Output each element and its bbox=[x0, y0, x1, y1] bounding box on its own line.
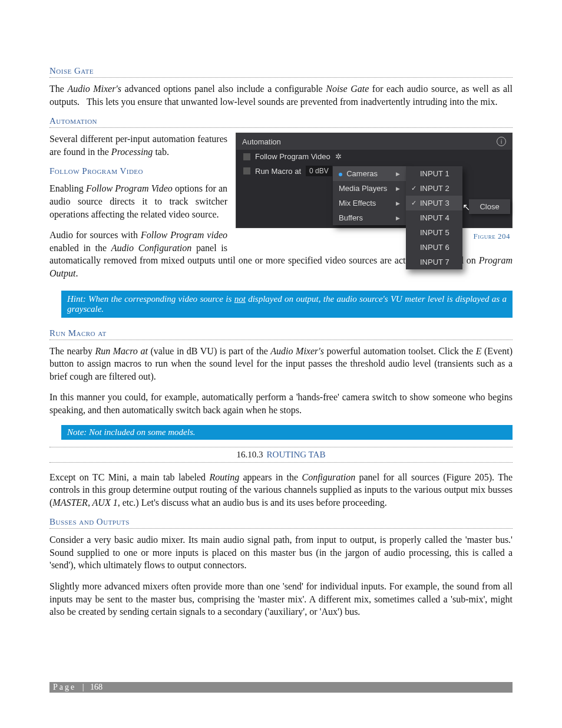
dot-icon bbox=[339, 173, 342, 176]
menu-item-input-1[interactable]: INPUT 1 bbox=[406, 166, 462, 181]
para-busses-1: Consider a very basic audio mixer. Its m… bbox=[49, 533, 513, 572]
heading-noise-gate: Noise Gate bbox=[49, 66, 513, 78]
menu-item-buffers[interactable]: Buffers ▶ bbox=[333, 210, 406, 225]
run-macro-value[interactable]: 0 dBV bbox=[306, 166, 332, 176]
follow-program-video-row[interactable]: Follow Program Video ✲ bbox=[236, 150, 512, 163]
menu-item-input-2[interactable]: ✓INPUT 2 bbox=[406, 181, 462, 196]
check-icon: ✓ bbox=[411, 199, 416, 207]
menu-item-mix-effects[interactable]: Mix Effects ▶ bbox=[333, 196, 406, 210]
figure-204: Automation i Follow Program Video ✲ Run … bbox=[236, 133, 513, 241]
chevron-right-icon: ▶ bbox=[396, 171, 400, 177]
section-heading-routing: 16.10.3ROUTING TAB bbox=[49, 447, 513, 463]
para-run-macro-2: In this manner you could, for example, a… bbox=[49, 391, 513, 416]
para-run-macro-1: The nearby Run Macro at (value in dB VU)… bbox=[49, 345, 513, 383]
menu-item-media-players[interactable]: Media Players ▶ bbox=[333, 181, 406, 196]
panel-title: Automation bbox=[242, 137, 281, 146]
check-icon: ✓ bbox=[411, 185, 416, 192]
para-noise-gate: The Audio Mixer's advanced options panel… bbox=[49, 83, 513, 108]
checkbox-follow-pv[interactable] bbox=[243, 153, 250, 160]
run-macro-label: Run Macro at bbox=[255, 167, 301, 176]
chevron-right-icon: ▶ bbox=[396, 186, 400, 192]
menu-item-input-6[interactable]: INPUT 6 bbox=[406, 240, 462, 255]
note-box: Note: Not included on some models. bbox=[61, 425, 513, 440]
menu-item-cameras[interactable]: Cameras ▶ bbox=[333, 166, 406, 181]
heading-busses: Busses and Outputs bbox=[49, 517, 513, 529]
submenu-categories[interactable]: Cameras ▶ Media Players ▶ Mix Effects ▶ … bbox=[333, 166, 406, 225]
submenu-inputs[interactable]: INPUT 1 ✓INPUT 2 ✓INPUT 3 INPUT 4 INPUT … bbox=[406, 166, 462, 269]
heading-run-macro: Run Macro at bbox=[49, 328, 513, 340]
menu-item-input-5[interactable]: INPUT 5 bbox=[406, 225, 462, 240]
follow-pv-label: Follow Program Video bbox=[255, 152, 330, 161]
menu-item-input-4[interactable]: INPUT 4 bbox=[406, 210, 462, 225]
gear-icon[interactable]: ✲ bbox=[335, 152, 342, 161]
figure-caption: Figure 204 bbox=[236, 228, 513, 241]
close-button[interactable]: Close bbox=[469, 199, 510, 214]
para-routing: Except on TC Mini, a main tab labeled Ro… bbox=[49, 471, 513, 509]
panel-header: Automation i bbox=[236, 133, 512, 150]
chevron-right-icon: ▶ bbox=[396, 215, 400, 221]
info-icon[interactable]: i bbox=[497, 137, 506, 146]
hint-box: Hint: When the corresponding video sourc… bbox=[61, 291, 513, 318]
menu-item-input-7[interactable]: INPUT 7 bbox=[406, 255, 462, 269]
chevron-right-icon: ▶ bbox=[396, 200, 400, 206]
page-footer: Page | 168 bbox=[49, 682, 513, 693]
menu-item-input-3[interactable]: ✓INPUT 3 bbox=[406, 196, 462, 210]
automation-panel: Automation i Follow Program Video ✲ Run … bbox=[236, 133, 513, 228]
heading-automation: Automation bbox=[49, 116, 513, 128]
para-busses-2: Slightly more advanced mixers often prov… bbox=[49, 580, 513, 618]
checkbox-run-macro[interactable] bbox=[243, 167, 250, 174]
